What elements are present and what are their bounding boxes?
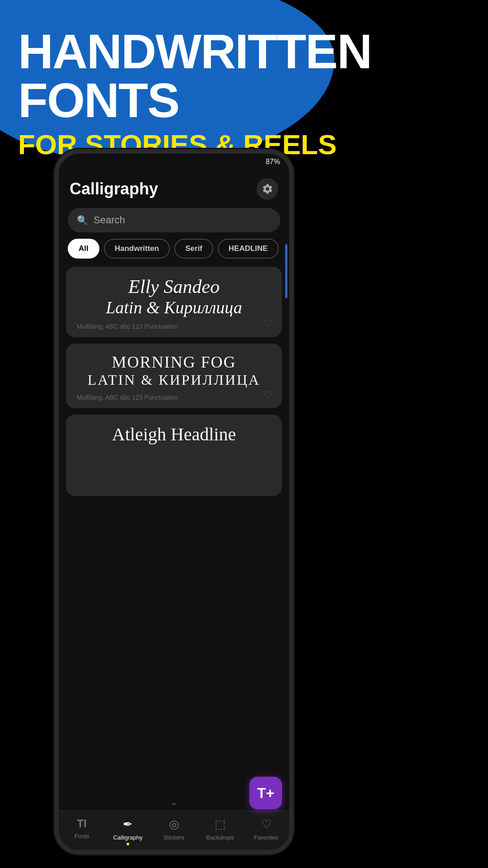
stickers-icon: ◎ [169,817,179,831]
tab-all[interactable]: All [68,239,99,259]
app-title: Calligraphy [70,179,158,198]
font-card-preview: Elly Sandeo Latin & Кириллица [77,276,271,317]
nav-fonts[interactable]: TI Fonts [59,817,105,845]
calligraphy-icon: ✒ [123,817,133,831]
tab-handwritten[interactable]: Handwritten [104,239,170,259]
font-name-line1: MORNING FOG [77,353,271,372]
nav-stickers-label: Stickers [164,834,184,841]
active-indicator [127,843,129,845]
search-icon: 🔍 [77,215,88,226]
nav-calligraphy-label: Calligraphy [113,834,142,841]
font-card-morning-fog[interactable]: MORNING FOG LATIN & КИРИЛЛИЦА Multilang,… [66,344,282,408]
nav-favorites[interactable]: ♡ Favorites [243,817,289,845]
app-header: Calligraphy [59,170,289,204]
font-name-line1: Elly Sandeo [77,276,271,297]
bottom-nav: TI Fonts ✒ Calligraphy ◎ Stickers ⬚ Back… [59,811,289,850]
favorites-icon: ♡ [261,817,272,831]
favorite-button[interactable]: ♡ [264,318,273,330]
fonts-icon: TI [77,817,86,830]
font-card-preview: Atleigh Headline [77,424,271,445]
search-placeholder: Search [94,214,125,226]
font-name-line1: Atleigh Headline [77,424,271,445]
app-content: Calligraphy 🔍 Search All Handwritten Ser… [59,170,289,850]
nav-calligraphy[interactable]: ✒ Calligraphy [105,817,151,845]
scroll-indicator [285,244,287,298]
battery-indicator: 87% [266,158,280,166]
font-card-elly-sandeo[interactable]: Elly Sandeo Latin & Кириллица Multilang,… [66,267,282,337]
hero-title: HANDWRITTEN FONTS [18,27,371,125]
status-bar: 87% [59,154,289,170]
search-bar[interactable]: 🔍 Search [68,208,280,232]
backdrops-icon: ⬚ [215,817,226,831]
tab-serif[interactable]: Serif [174,239,213,259]
nav-favorites-label: Favorites [254,834,278,841]
font-card-preview: MORNING FOG LATIN & КИРИЛЛИЦА [77,353,271,388]
font-name-line2: Latin & Кириллица [77,297,271,317]
nav-backdrops[interactable]: ⬚ Backdrops [197,817,243,845]
font-meta: Multilang, ABC abc 123 Punctuation [77,323,271,330]
tab-headline[interactable]: HEADLINE [218,239,279,259]
font-name-line2: LATIN & КИРИЛЛИЦА [77,372,271,388]
nav-backdrops-label: Backdrops [206,834,234,841]
font-card-atleigh[interactable]: Atleigh Headline [66,415,282,496]
nav-stickers[interactable]: ◎ Stickers [151,817,197,845]
gear-icon [262,183,273,195]
fab-button[interactable]: T+ [249,777,282,809]
nav-fonts-label: Fonts [75,833,89,840]
hero-content: HANDWRITTEN FONTS FOR STORIES & REELS [18,27,371,160]
font-cards-container: Elly Sandeo Latin & Кириллица Multilang,… [59,265,289,794]
settings-button[interactable] [257,178,278,200]
phone-frame: 87% Calligraphy 🔍 Search All Handwritten… [54,149,294,854]
font-meta: Multilang, ABC abc 123 Punctuation [77,394,271,401]
filter-tabs: All Handwritten Serif HEADLINE [59,239,289,265]
favorite-button[interactable]: ♡ [264,389,273,401]
